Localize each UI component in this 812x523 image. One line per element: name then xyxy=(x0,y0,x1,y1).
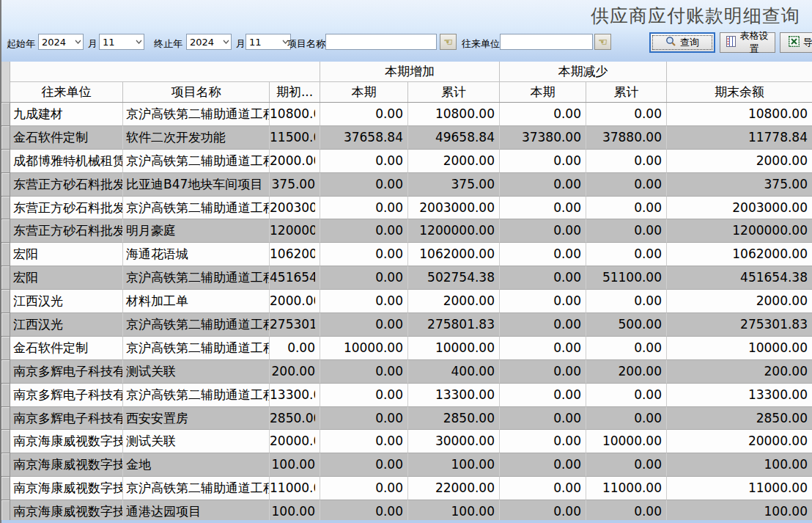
closing-balance-cell: 1062000.00 xyxy=(667,243,812,266)
table-row[interactable]: 东营正方砂石料批发明月豪庭1200000.000.001200000.000.0… xyxy=(1,219,812,243)
decrease-total-cell: 0.00 xyxy=(586,219,667,243)
row-header-cell[interactable] xyxy=(1,150,10,173)
column-header-project[interactable]: 项目名称 xyxy=(123,82,270,103)
table-row[interactable]: 江西汉光材料加工单2000.000.002000.000.000.002000.… xyxy=(1,290,812,313)
row-header-cell[interactable] xyxy=(1,173,10,197)
table-settings-button[interactable]: 表格设置 xyxy=(720,32,775,53)
column-header-inc-total[interactable]: 累计 xyxy=(408,82,500,103)
row-header-cell[interactable] xyxy=(1,126,10,150)
row-header-cell[interactable] xyxy=(1,103,10,126)
project-name-label: 项目名称 xyxy=(287,37,325,51)
project-cell: 材料加工单 xyxy=(123,290,270,313)
decrease-period-cell: 0.00 xyxy=(500,266,586,290)
increase-period-cell: 37658.84 xyxy=(320,126,408,150)
table-row[interactable]: 宏阳京沪高铁第二辅助通道工程451654.380.00502754.380.00… xyxy=(1,266,812,290)
table-row[interactable]: 金石软件定制京沪高铁第二辅助通道工程0.0010000.0010000.000.… xyxy=(1,337,812,360)
row-header-cell[interactable] xyxy=(1,453,10,477)
closing-balance-cell: 275301.83 xyxy=(667,313,812,337)
closing-balance-cell: 2003000.00 xyxy=(667,197,812,220)
row-header-cell[interactable] xyxy=(1,477,10,500)
opening-balance-cell: 13300.00 xyxy=(270,384,320,407)
row-header-cell[interactable] xyxy=(1,430,10,453)
end-year-select[interactable]: 2024 xyxy=(186,34,232,50)
decrease-total-cell: 0.00 xyxy=(586,453,667,477)
column-header-opening[interactable]: 期初... xyxy=(270,82,320,103)
increase-total-cell: 1200000.00 xyxy=(408,219,500,243)
export-button[interactable]: 导出 xyxy=(780,32,812,53)
decrease-total-cell: 200.00 xyxy=(586,360,667,384)
table-row[interactable]: 金石软件定制软件二次开发功能11500.0037658.8449658.8437… xyxy=(1,126,812,150)
column-header-dec-total[interactable]: 累计 xyxy=(586,82,667,103)
row-header-cell[interactable] xyxy=(1,407,10,431)
table-row[interactable]: 南京海康威视数字技术金地100.000.00100.000.000.00100.… xyxy=(1,453,812,477)
decrease-total-cell: 11000.00 xyxy=(586,477,667,500)
table-grid-icon xyxy=(726,36,736,49)
vendor-cell: 南京海康威视数字技术 xyxy=(10,453,123,477)
magnifier-icon xyxy=(665,36,676,49)
increase-total-cell: 10000.00 xyxy=(408,337,500,360)
chevron-down-icon xyxy=(133,40,144,44)
closing-balance-cell: 2000.00 xyxy=(667,150,812,173)
increase-period-cell: 0.00 xyxy=(320,103,408,126)
decrease-total-cell: 0.00 xyxy=(586,337,667,360)
payables-table: 本期增加 本期减少 往来单位 项目名称 期初... 本期 累计 本期 累计 期末… xyxy=(1,62,812,523)
decrease-period-cell: 0.00 xyxy=(500,337,586,360)
column-header-inc-period[interactable]: 本期 xyxy=(320,82,408,103)
project-cell: 金地 xyxy=(123,453,270,477)
table-row[interactable]: 南京海康威视数字技术测试关联20000.000.0030000.000.0010… xyxy=(1,430,812,453)
row-header-cell[interactable] xyxy=(1,360,10,384)
table-row[interactable]: 东营正方砂石料批发比亚迪B47地块车间项目375.000.00375.000.0… xyxy=(1,173,812,197)
query-button[interactable]: 查询 xyxy=(649,32,715,53)
table-row[interactable]: 江西汉光京沪高铁第二辅助通道工程275301.830.00275801.830.… xyxy=(1,313,812,337)
project-cell: 京沪高铁第二辅助通道工程 xyxy=(123,103,270,126)
decrease-total-cell: 500.00 xyxy=(586,313,667,337)
start-month-select[interactable]: 11 xyxy=(99,34,144,50)
opening-balance-cell: 20000.00 xyxy=(270,430,320,453)
decrease-total-cell: 0.00 xyxy=(586,173,667,197)
increase-period-cell: 0.00 xyxy=(320,453,408,477)
decrease-period-cell: 0.00 xyxy=(500,453,586,477)
row-header-cell[interactable] xyxy=(1,290,10,313)
increase-period-cell: 0.00 xyxy=(320,290,408,313)
start-year-select[interactable]: 2024 xyxy=(38,34,84,50)
top-toolbar: 供应商应付账款明细查询 起始年 2024 月 11 终止年 2024 月 11 … xyxy=(1,0,812,62)
table-header: 本期增加 本期减少 往来单位 项目名称 期初... 本期 累计 本期 累计 期末… xyxy=(1,62,812,103)
row-header-cell[interactable] xyxy=(1,337,10,360)
column-header-vendor[interactable]: 往来单位 xyxy=(10,82,123,103)
table-row[interactable]: 南京海康威视数字技术京沪高铁第二辅助通道工程11000.000.0022000.… xyxy=(1,477,812,500)
project-name-input[interactable] xyxy=(325,34,437,50)
vendor-input[interactable] xyxy=(500,34,593,50)
table-corner-cell xyxy=(1,62,10,102)
project-lookup-button[interactable]: ☜ xyxy=(440,34,457,50)
table-row[interactable]: 九成建材京沪高铁第二辅助通道工程10800.000.0010800.000.00… xyxy=(1,103,812,126)
column-header-closing[interactable]: 期末余额 xyxy=(667,82,812,103)
vendor-cell: 南京海康威视数字技术 xyxy=(10,477,123,500)
table-row[interactable]: 南京多辉电子科技有限测试关联200.000.00400.000.00200.00… xyxy=(1,360,812,384)
row-header-cell[interactable] xyxy=(1,384,10,407)
decrease-period-cell: 0.00 xyxy=(500,384,586,407)
vendor-cell: 南京海康威视数字技术 xyxy=(10,430,123,453)
table-row[interactable]: 南京多辉电子科技有限京沪高铁第二辅助通道工程13300.000.0013300.… xyxy=(1,384,812,407)
decrease-period-cell: 0.00 xyxy=(500,360,586,384)
row-header-cell[interactable] xyxy=(1,266,10,290)
row-header-cell[interactable] xyxy=(1,219,10,243)
table-row[interactable]: 宏阳海通花语城1062000.000.001062000.000.000.001… xyxy=(1,243,812,266)
decrease-total-cell: 0.00 xyxy=(586,103,667,126)
table-row[interactable]: 成都博雅特机械租赁京沪高铁第二辅助通道工程2000.000.002000.000… xyxy=(1,150,812,173)
hand-pointer-icon: ☜ xyxy=(598,37,608,47)
vendor-cell: 东营正方砂石料批发 xyxy=(10,219,123,243)
row-header-cell[interactable] xyxy=(1,243,10,266)
project-cell: 测试关联 xyxy=(123,430,270,453)
closing-balance-cell: 451654.38 xyxy=(667,266,812,290)
table-row[interactable]: 东营正方砂石料批发京沪高铁第二辅助通道工程2003000.000.0020030… xyxy=(1,197,812,220)
end-month-select[interactable]: 11 xyxy=(246,34,291,50)
increase-total-cell: 1062000.00 xyxy=(408,243,500,266)
table-row[interactable]: 南京多辉电子科技有限西安安置房2850.000.002850.000.000.0… xyxy=(1,407,812,431)
column-header-dec-period[interactable]: 本期 xyxy=(500,82,586,103)
row-header-cell[interactable] xyxy=(1,197,10,220)
page-title: 供应商应付账款明细查询 xyxy=(591,4,800,28)
row-header-cell[interactable] xyxy=(1,313,10,337)
vendor-cell: 宏阳 xyxy=(10,266,123,290)
project-cell: 测试关联 xyxy=(123,360,270,384)
vendor-lookup-button[interactable]: ☜ xyxy=(594,34,611,50)
